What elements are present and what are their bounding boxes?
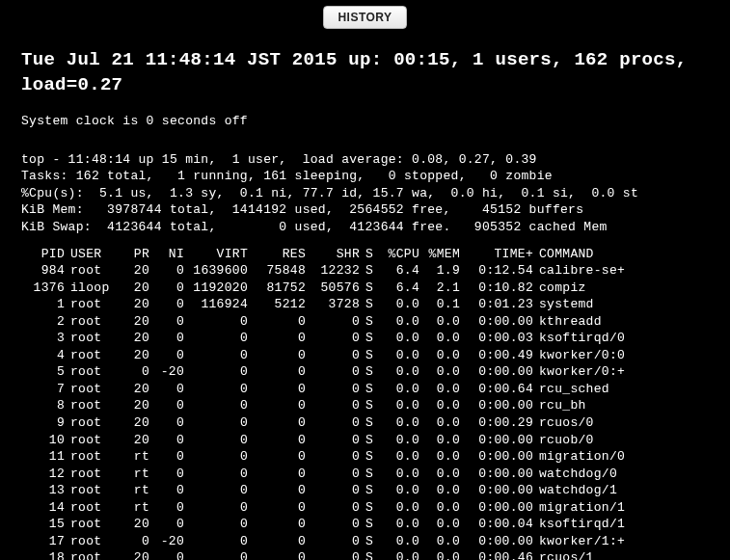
cell-mem: 0.0	[422, 516, 463, 533]
cell-res: 0	[251, 466, 309, 483]
cell-shr: 0	[309, 466, 363, 483]
cell-res: 0	[251, 448, 309, 466]
cell-cpu: 0.0	[378, 397, 422, 414]
cell-pr: 20	[122, 516, 152, 533]
cell-cmd: rcuos/0	[536, 414, 638, 432]
top-line-mem: KiB Mem: 3978744 total, 1414192 used, 25…	[21, 201, 709, 219]
cell-pr: rt	[122, 466, 152, 483]
cell-shr: 0	[309, 330, 363, 347]
cell-cmd: rcu_bh	[536, 397, 638, 414]
cell-pr: 20	[122, 549, 152, 560]
cell-mem: 0.0	[422, 466, 463, 483]
cell-pr: 0	[122, 363, 152, 381]
table-row: 11rootrt0000S0.00.00:00.00migration/0	[21, 448, 638, 466]
cell-user: root	[68, 499, 122, 517]
cell-time: 0:00.00	[463, 363, 536, 381]
cell-pr: 20	[122, 330, 152, 347]
cell-shr: 0	[309, 482, 363, 499]
cell-mem: 1.9	[422, 262, 463, 280]
cell-cpu: 0.0	[378, 448, 422, 466]
cell-pid: 13	[21, 482, 68, 499]
cell-mem: 0.0	[422, 397, 463, 414]
col-time: TIME+	[463, 246, 536, 263]
cell-virt: 0	[187, 516, 251, 533]
cell-user: root	[68, 397, 122, 414]
cell-cpu: 0.0	[378, 516, 422, 533]
cell-pr: 20	[122, 432, 152, 449]
cell-res: 75848	[251, 262, 309, 280]
cell-pid: 1	[21, 296, 68, 313]
cell-s: S	[363, 466, 378, 483]
cell-s: S	[363, 313, 378, 331]
table-row: 15root200000S0.00.00:00.04ksoftirqd/1	[21, 516, 638, 533]
cell-shr: 0	[309, 432, 363, 449]
process-table: PID USER PR NI VIRT RES SHR S %CPU %MEM …	[21, 246, 638, 560]
cell-res: 0	[251, 432, 309, 449]
cell-cmd: calibre-se+	[536, 262, 638, 280]
cell-virt: 116924	[187, 296, 251, 313]
cell-cmd: ksoftirqd/1	[536, 516, 638, 533]
cell-pid: 2	[21, 313, 68, 331]
cell-time: 0:00.49	[463, 347, 536, 364]
cell-time: 0:01.23	[463, 296, 536, 313]
cell-time: 0:00.04	[463, 516, 536, 533]
cell-virt: 0	[187, 482, 251, 499]
cell-ni: 0	[152, 414, 187, 432]
top-summary-block: top - 11:48:14 up 15 min, 1 user, load a…	[21, 151, 709, 236]
col-mem: %MEM	[422, 246, 463, 263]
cell-time: 0:00.00	[463, 313, 536, 331]
cell-res: 0	[251, 414, 309, 432]
col-virt: VIRT	[187, 246, 251, 263]
cell-s: S	[363, 516, 378, 533]
cell-mem: 0.0	[422, 313, 463, 331]
cell-shr: 0	[309, 347, 363, 364]
cell-pr: 0	[122, 533, 152, 550]
cell-cpu: 6.4	[378, 262, 422, 280]
table-row: 2root200000S0.00.00:00.00kthreadd	[21, 313, 638, 331]
cell-user: root	[68, 347, 122, 364]
cell-ni: 0	[152, 397, 187, 414]
cell-cpu: 0.0	[378, 381, 422, 398]
cell-s: S	[363, 448, 378, 466]
cell-shr: 0	[309, 549, 363, 560]
cell-res: 0	[251, 313, 309, 331]
cell-s: S	[363, 397, 378, 414]
cell-pr: 20	[122, 313, 152, 331]
col-cpu: %CPU	[378, 246, 422, 263]
cell-ni: 0	[152, 549, 187, 560]
cell-res: 0	[251, 330, 309, 347]
cell-virt: 0	[187, 448, 251, 466]
cell-user: root	[68, 414, 122, 432]
cell-cmd: watchdog/1	[536, 482, 638, 499]
cell-s: S	[363, 549, 378, 560]
table-row: 3root200000S0.00.00:00.03ksoftirqd/0	[21, 330, 638, 347]
cell-pid: 984	[21, 262, 68, 280]
cell-s: S	[363, 499, 378, 517]
cell-res: 0	[251, 363, 309, 381]
col-pr: PR	[122, 246, 152, 263]
cell-ni: 0	[152, 516, 187, 533]
cell-cpu: 0.0	[378, 313, 422, 331]
cell-user: root	[68, 363, 122, 381]
cell-shr: 0	[309, 363, 363, 381]
history-button[interactable]: HISTORY	[323, 6, 406, 29]
cell-time: 0:00.00	[463, 448, 536, 466]
table-row: 14rootrt0000S0.00.00:00.00migration/1	[21, 499, 638, 517]
cell-pid: 7	[21, 381, 68, 398]
cell-virt: 0	[187, 499, 251, 517]
top-line-uptime: top - 11:48:14 up 15 min, 1 user, load a…	[21, 151, 709, 169]
table-row: 12rootrt0000S0.00.00:00.00watchdog/0	[21, 466, 638, 483]
cell-shr: 50576	[309, 280, 363, 297]
cell-user: root	[68, 549, 122, 560]
cell-time: 0:00.00	[463, 432, 536, 449]
col-user: USER	[68, 246, 122, 263]
cell-cmd: systemd	[536, 296, 638, 313]
cell-time: 0:00.00	[463, 499, 536, 517]
cell-user: root	[68, 533, 122, 550]
cell-shr: 0	[309, 516, 363, 533]
cell-ni: 0	[152, 448, 187, 466]
cell-s: S	[363, 363, 378, 381]
cell-mem: 0.1	[422, 296, 463, 313]
cell-mem: 0.0	[422, 381, 463, 398]
page-title: Tue Jul 21 11:48:14 JST 2015 up: 00:15, …	[21, 48, 709, 97]
